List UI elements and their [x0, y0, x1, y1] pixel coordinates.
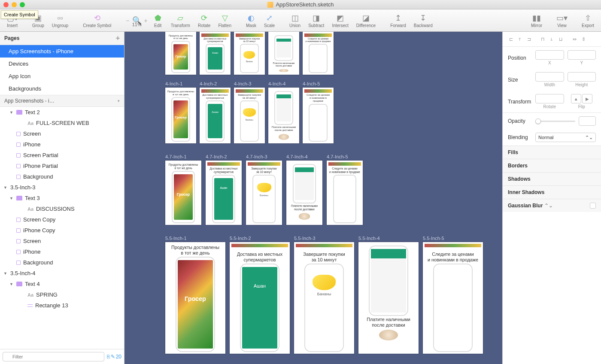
- shadows-section[interactable]: Shadows: [503, 172, 601, 185]
- zoom-out-icon[interactable]: −: [126, 17, 129, 24]
- difference-button[interactable]: ◪Difference: [353, 12, 379, 29]
- layer-row[interactable]: AaFULL-SCREEN WEB: [0, 118, 124, 128]
- artboard[interactable]: Доставка из местныхсупермаркетовАшан: [206, 161, 242, 225]
- artboard-label[interactable]: 4-Inch-1: [165, 81, 182, 86]
- layer-row[interactable]: iPhone Partial: [0, 161, 124, 171]
- maximize-window[interactable]: [20, 2, 25, 7]
- artboard[interactable]: Завершите покупкиза 10 минутБананы: [294, 242, 354, 354]
- layer-row[interactable]: ▼Text 2: [0, 107, 124, 118]
- flatten-button[interactable]: ▽Flatten: [215, 12, 235, 29]
- layer-row[interactable]: Screen: [0, 236, 124, 246]
- width-input[interactable]: [535, 72, 564, 82]
- artboard-label[interactable]: 4-Inch-4: [268, 81, 285, 86]
- artboard-label[interactable]: 5.5-Inch-5: [423, 236, 444, 241]
- artboard-label[interactable]: 4-Inch-2: [200, 81, 217, 86]
- align-center-v-icon[interactable]: ⫰: [548, 35, 555, 43]
- page-item[interactable]: App Screenshots - iPhone: [0, 45, 124, 58]
- align-bottom-icon[interactable]: ⊔: [557, 35, 565, 43]
- ungroup-button[interactable]: ▫▫Ungroup: [49, 12, 72, 29]
- artboard[interactable]: Продукты доставленыв тот же деньГросер: [165, 242, 225, 354]
- page-item[interactable]: App Icon: [0, 70, 124, 82]
- layer-row[interactable]: ▼3.5-Inch-3: [0, 182, 124, 193]
- add-page-button[interactable]: +: [116, 34, 120, 42]
- blur-checkbox[interactable]: [590, 203, 596, 209]
- disclosure-icon[interactable]: ▼: [3, 271, 8, 276]
- intersect-button[interactable]: ◩Intersect: [328, 12, 352, 29]
- flip-v-button[interactable]: ▶: [582, 94, 592, 103]
- minimize-window[interactable]: [12, 2, 17, 7]
- artboard[interactable]: Платите наличнымипосле доставки: [358, 242, 419, 354]
- x-input[interactable]: [535, 50, 564, 60]
- artboard[interactable]: Завершите покупкиза 10 минутБананы: [246, 161, 282, 225]
- blending-select[interactable]: Normal⌃⌄: [535, 133, 596, 142]
- export-button[interactable]: ⇧Export: [578, 12, 598, 29]
- opacity-slider[interactable]: [535, 121, 575, 122]
- filter-input[interactable]: [3, 352, 104, 361]
- layer-row[interactable]: AaSPRING: [0, 289, 124, 300]
- artboard-label[interactable]: 5.5-Inch-4: [358, 236, 380, 241]
- artboard[interactable]: Продукты доставленыв тот же деньГросер: [165, 32, 196, 75]
- height-input[interactable]: [568, 72, 596, 82]
- view-button[interactable]: ▭▾View: [553, 12, 571, 29]
- layer-row[interactable]: Background: [0, 171, 124, 182]
- layer-row[interactable]: AaDISCUSSIONS: [0, 203, 124, 214]
- opacity-input[interactable]: [579, 116, 596, 126]
- flip-h-button[interactable]: ▲: [571, 94, 581, 103]
- union-button[interactable]: ◫Union: [286, 12, 304, 29]
- artboard[interactable]: Доставка из местныхсупермаркетовАшан: [230, 242, 290, 354]
- disclosure-icon[interactable]: ▼: [9, 110, 14, 115]
- zoom-in-icon[interactable]: +: [144, 17, 148, 24]
- artboard[interactable]: Продукты доставленыв тот же деньГросер: [165, 161, 201, 225]
- artboard[interactable]: Следите за ценамии новинками в продаже: [327, 161, 363, 225]
- backward-button[interactable]: ↧Backward: [410, 12, 436, 29]
- artboard[interactable]: Платите наличнымипосле доставки: [268, 88, 299, 143]
- disclosure-icon[interactable]: ▼: [9, 196, 14, 200]
- borders-section[interactable]: Borders: [503, 159, 601, 172]
- artboard[interactable]: Следите за ценамии новинками в продаже: [303, 32, 334, 75]
- artboard[interactable]: Доставка из местныхсупермаркетовАшан: [200, 88, 231, 143]
- layer-row[interactable]: Rectangle 13: [0, 300, 124, 311]
- fills-section[interactable]: Fills: [503, 146, 601, 159]
- artboard[interactable]: Следите за ценамии новинками в продаже: [303, 88, 334, 143]
- artboard[interactable]: Платите наличнымипосле доставки: [268, 32, 299, 75]
- artboard[interactable]: Продукты доставленыв тот же деньГросер: [165, 88, 196, 143]
- scale-button[interactable]: ⤢Scale: [261, 12, 278, 29]
- rotate-button[interactable]: ⟳Rotate: [194, 12, 214, 29]
- align-left-icon[interactable]: ⊏: [507, 35, 515, 43]
- artboard-label[interactable]: 4.7-Inch-1: [165, 154, 187, 159]
- layer-row[interactable]: Screen: [0, 128, 124, 139]
- mirror-button[interactable]: ▮▮Mirror: [528, 12, 546, 29]
- layer-row[interactable]: Screen Copy: [0, 214, 124, 225]
- forward-button[interactable]: ↥Forward: [387, 12, 410, 29]
- artboard-label[interactable]: 5.5-Inch-2: [230, 236, 251, 241]
- align-right-icon[interactable]: ⊐: [525, 35, 533, 43]
- mask-button[interactable]: ◐Mask: [243, 12, 260, 29]
- rotate-input[interactable]: [535, 94, 564, 103]
- layer-row[interactable]: ▼Text 3: [0, 193, 124, 203]
- artboard[interactable]: Завершите покупкиза 10 минутБананы: [234, 88, 265, 143]
- disclosure-icon[interactable]: ▼: [3, 185, 8, 190]
- layer-row[interactable]: Screen Partial: [0, 150, 124, 161]
- artboard-label[interactable]: 4.7-Inch-2: [206, 154, 227, 159]
- layer-row[interactable]: iPhone: [0, 246, 124, 257]
- canvas[interactable]: Продукты доставленыв тот же деньГросерДо…: [124, 32, 502, 364]
- close-window[interactable]: [3, 2, 9, 7]
- artboard[interactable]: Завершите покупкиза 10 минутБананы: [234, 32, 265, 75]
- layer-row[interactable]: Background: [0, 257, 124, 268]
- artboard-label[interactable]: 4-Inch-3: [234, 81, 251, 86]
- disclosure-icon[interactable]: ▼: [9, 282, 14, 286]
- edit-button[interactable]: ⬟Edit: [149, 12, 167, 29]
- page-item[interactable]: Devices: [0, 58, 124, 70]
- artboard-label[interactable]: 4.7-Inch-4: [286, 154, 308, 159]
- transform-button[interactable]: ▱Transform: [167, 12, 194, 29]
- distribute-v-icon[interactable]: ⇕: [580, 35, 587, 43]
- gaussian-blur-section[interactable]: Gaussian Blur ⌃⌄: [503, 199, 601, 212]
- artboard-label[interactable]: 4.7-Inch-3: [246, 154, 267, 159]
- page-item[interactable]: Backgrounds: [0, 82, 124, 95]
- layer-row[interactable]: iPhone Copy: [0, 225, 124, 236]
- y-input[interactable]: [568, 50, 596, 60]
- subtract-button[interactable]: ◨Subtract: [305, 12, 328, 29]
- align-top-icon[interactable]: ⊓: [539, 35, 546, 43]
- align-center-h-icon[interactable]: ⫯: [516, 35, 524, 43]
- artboard[interactable]: Платите наличнымипосле доставки: [286, 161, 322, 225]
